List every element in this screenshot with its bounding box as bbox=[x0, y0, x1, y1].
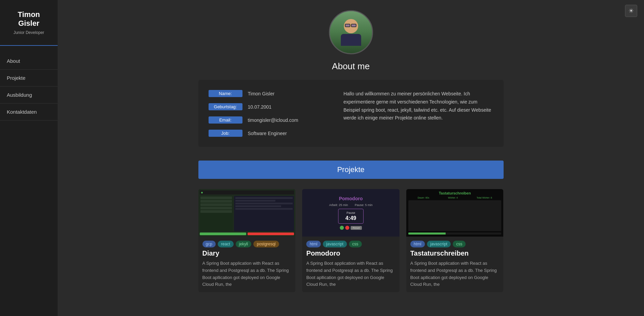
diary-title: Diary bbox=[202, 249, 292, 257]
diary-tags: gcp react jekyll postgresql bbox=[198, 237, 296, 249]
tag-css2: css bbox=[453, 241, 466, 247]
avatar bbox=[329, 10, 373, 54]
projekt-card-diary: gcp react jekyll postgresql Diary A Spri… bbox=[198, 189, 296, 292]
about-title: About me bbox=[332, 61, 370, 72]
sidebar: Timon Gisler Junior Developer About Proj… bbox=[0, 0, 58, 316]
diary-sidebar bbox=[200, 196, 233, 231]
avatar-person bbox=[341, 19, 361, 46]
pomo-timer-box: Pause 4:49 bbox=[338, 209, 363, 224]
diary-bar-red bbox=[248, 233, 294, 235]
diary-content-line bbox=[235, 200, 275, 202]
sidebar-name: Timon Gisler bbox=[18, 10, 40, 28]
diary-side-item bbox=[200, 210, 232, 213]
pomodoro-description: A Spring Boot application with React as … bbox=[306, 260, 395, 288]
pomo-time: 4:49 bbox=[345, 215, 356, 221]
about-info-row-birthday: Geburtstag: 10.07.2001 bbox=[209, 103, 333, 110]
tastaturschreiben-title: Tastaturschreiben bbox=[410, 249, 500, 257]
diary-bottom-bars bbox=[200, 233, 294, 235]
pomo-pause-label: Pause bbox=[345, 211, 356, 215]
about-info-row-email: Email: timongisler@icloud.com bbox=[209, 116, 333, 124]
pomo-times: Arbeit: 25 min Pause: 5 min bbox=[329, 203, 372, 207]
email-value: timongisler@icloud.com bbox=[248, 117, 298, 123]
name-label: Name: bbox=[209, 90, 242, 97]
diary-content bbox=[234, 196, 294, 231]
diary-side-item bbox=[200, 207, 232, 209]
projekte-header: Projekte bbox=[198, 161, 504, 179]
about-card: Name: Timon Gisler Geburtstag: 10.07.200… bbox=[198, 80, 504, 147]
tag-html: html bbox=[306, 241, 321, 247]
tag-react: react bbox=[218, 241, 234, 247]
diary-screenshot bbox=[198, 189, 296, 237]
about-section: About me Name: Timon Gisler Geburtstag: … bbox=[198, 10, 504, 147]
tasta-text-area bbox=[408, 200, 502, 231]
main-content: About me Name: Timon Gisler Geburtstag: … bbox=[58, 0, 644, 316]
pomodoro-screenshot: Pomodoro Arbeit: 25 min Pause: 5 min Pau… bbox=[302, 189, 399, 237]
tastaturschreiben-tags: html javascript css bbox=[406, 237, 504, 249]
projekte-grid: gcp react jekyll postgresql Diary A Spri… bbox=[198, 189, 504, 292]
sidebar-item-projekte[interactable]: Projekte bbox=[0, 70, 58, 87]
pomo-btn-green[interactable] bbox=[340, 226, 344, 230]
sidebar-subtitle: Junior Developer bbox=[14, 30, 44, 35]
diary-side-item bbox=[200, 203, 232, 206]
theme-toggle-button[interactable]: ☀ bbox=[625, 5, 637, 17]
tag-javascript: javascript bbox=[323, 241, 347, 247]
diary-bar-green bbox=[200, 233, 246, 235]
sidebar-item-about[interactable]: About bbox=[0, 53, 58, 70]
pomo-title: Pomodoro bbox=[339, 196, 363, 201]
about-description: Hallo und willkommen zu meiner persönlic… bbox=[344, 90, 493, 137]
pomodoro-body-text: Pomodoro A Spring Boot application with … bbox=[302, 249, 399, 292]
pomodoro-title: Pomodoro bbox=[306, 249, 395, 257]
avatar-head bbox=[344, 19, 358, 33]
pomo-buttons: Reset bbox=[340, 226, 362, 230]
tasta-progress bbox=[408, 233, 502, 235]
projekt-card-pomodoro: Pomodoro Arbeit: 25 min Pause: 5 min Pau… bbox=[302, 189, 399, 292]
job-value: Software Engineer bbox=[248, 131, 287, 136]
sidebar-nav: About Projekte Ausbildung Kontaktdaten bbox=[0, 53, 58, 120]
pomo-btn-red[interactable] bbox=[345, 226, 349, 230]
birthday-value: 10.07.2001 bbox=[248, 104, 272, 110]
email-label: Email: bbox=[209, 116, 242, 124]
sidebar-item-kontaktdaten[interactable]: Kontaktdaten bbox=[0, 104, 58, 120]
tag-javascript2: javascript bbox=[427, 241, 451, 247]
tasta-mock: Tastaturschreiben Dauer: 60s Wörter: 4 T… bbox=[406, 189, 504, 237]
diary-dot-green bbox=[201, 192, 203, 193]
tag-postgresql: postgresql bbox=[253, 241, 279, 247]
avatar-glasses bbox=[345, 24, 357, 27]
diary-side-item bbox=[200, 197, 232, 199]
job-label: Job: bbox=[209, 130, 242, 137]
tasta-title: Tastaturschreiben bbox=[408, 191, 502, 195]
diary-body-text: Diary A Spring Boot application with Rea… bbox=[198, 249, 296, 292]
tastaturschreiben-screenshot: Tastaturschreiben Dauer: 60s Wörter: 4 T… bbox=[406, 189, 504, 237]
about-info-table: Name: Timon Gisler Geburtstag: 10.07.200… bbox=[209, 90, 333, 137]
diary-side-item bbox=[200, 200, 232, 203]
diary-content-line bbox=[235, 205, 281, 207]
projekte-section: Projekte bbox=[198, 161, 504, 292]
diary-description: A Spring Boot application with React as … bbox=[202, 260, 292, 288]
birthday-label: Geburtstag: bbox=[209, 103, 242, 110]
avatar-glasses-right bbox=[351, 24, 356, 27]
tag-gcp: gcp bbox=[202, 241, 216, 247]
about-info-row-name: Name: Timon Gisler bbox=[209, 90, 333, 97]
name-value: Timon Gisler bbox=[248, 91, 275, 96]
tag-html2: html bbox=[410, 241, 425, 247]
avatar-glasses-left bbox=[345, 24, 350, 27]
pomo-btn-reset[interactable]: Reset bbox=[351, 226, 362, 230]
pomodoro-mock: Pomodoro Arbeit: 25 min Pause: 5 min Pau… bbox=[302, 189, 399, 237]
diary-topbar bbox=[200, 190, 294, 194]
avatar-body bbox=[341, 34, 361, 46]
tag-jekyll: jekyll bbox=[236, 241, 252, 247]
pomodoro-tags: html javascript css bbox=[302, 237, 399, 249]
sidebar-item-ausbildung[interactable]: Ausbildung bbox=[0, 87, 58, 104]
sun-icon: ☀ bbox=[628, 7, 634, 15]
diary-body bbox=[200, 196, 294, 231]
sidebar-divider bbox=[0, 45, 58, 46]
diary-content-line bbox=[235, 208, 293, 210]
about-info-row-job: Job: Software Engineer bbox=[209, 130, 333, 137]
projekt-card-tastaturschreiben: Tastaturschreiben Dauer: 60s Wörter: 4 T… bbox=[406, 189, 504, 292]
avatar-image bbox=[330, 11, 372, 53]
diary-content-line bbox=[235, 203, 293, 204]
tag-css: css bbox=[349, 241, 362, 247]
tasta-progress-fill bbox=[408, 233, 446, 235]
tastaturschreiben-description: A Spring Boot application with React as … bbox=[410, 260, 500, 288]
tastaturschreiben-body-text: Tastaturschreiben A Spring Boot applicat… bbox=[406, 249, 504, 292]
